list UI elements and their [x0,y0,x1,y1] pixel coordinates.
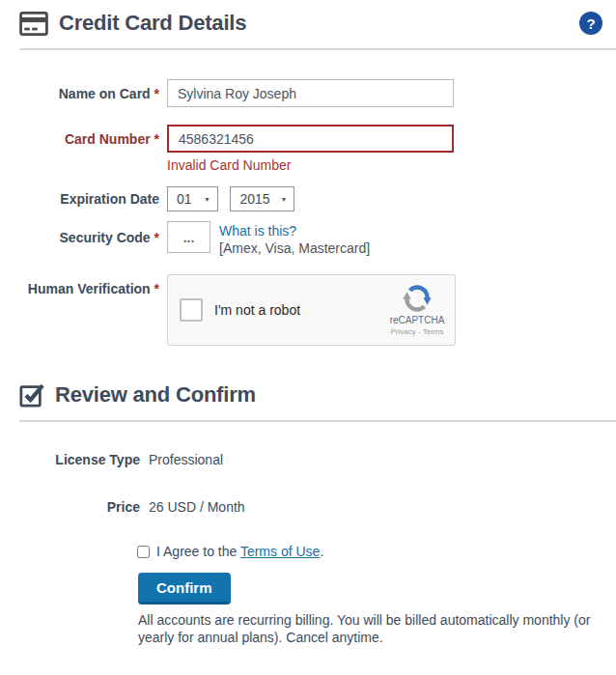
label-text: Expiration Date [60,191,159,207]
label-text: Security Code [60,230,151,245]
human-verification-field: I'm not a robot reCAPTCHA Privacy - Term… [167,274,456,346]
security-code-help: What is this? [Amex, Visa, Mastercard] [219,221,370,257]
credit-card-details-header: Credit Card Details ? [0,0,616,48]
card-number-row: Card Number * Invalid Card Number [0,125,616,173]
confirm-button[interactable]: Confirm [138,573,231,605]
price-row: Price 26 USD / Month [0,499,616,515]
expiration-date-label: Expiration Date [0,186,159,207]
license-type-label: License Type [0,452,140,467]
license-type-value: Professional [149,452,223,467]
review-summary: License Type Professional Price 26 USD /… [0,452,616,646]
label-text: Name on Card [59,86,151,101]
security-code-input[interactable] [167,221,210,253]
name-on-card-label: Name on Card * [0,79,159,101]
page-title: Credit Card Details [59,11,246,36]
help-icon[interactable]: ? [579,12,602,35]
section-divider [19,420,616,422]
expiration-month-select-wrap: 01 ▼ [167,186,218,211]
credit-card-icon [19,12,48,36]
security-code-row: Security Code * What is this? [Amex, Vis… [0,221,616,257]
expiration-date-row: Expiration Date 01 ▼ 2015 ▼ [0,186,616,211]
agree-suffix: . [320,544,323,559]
billing-fine-print: All accounts are recurring billing. You … [138,611,608,646]
recaptcha-brand-text: reCAPTCHA [390,315,445,325]
agree-checkbox[interactable] [137,546,150,558]
name-on-card-row: Name on Card * [0,79,616,107]
card-number-input[interactable] [167,125,454,153]
expiration-year-select-wrap: 2015 ▼ [230,186,294,211]
card-number-field: Invalid Card Number [167,125,454,173]
required-asterisk: * [154,281,159,296]
help-glyph: ? [586,15,595,32]
price-label: Price [0,499,140,515]
security-code-label: Security Code * [0,221,159,245]
expiration-year-select[interactable]: 2015 [231,187,294,211]
review-title: Review and Confirm [55,382,256,408]
price-value: 26 USD / Month [149,499,245,515]
name-on-card-input[interactable] [167,79,454,107]
recaptcha-label: I'm not a robot [214,302,300,318]
card-number-label: Card Number * [0,125,159,147]
section-divider [19,48,616,50]
recaptcha-branding: reCAPTCHA Privacy - Terms [389,284,445,336]
security-code-field: What is this? [Amex, Visa, Mastercard] [167,221,370,257]
agree-row: I Agree to the Terms of Use. [137,544,616,559]
human-verification-label: Human Verification * [0,274,159,296]
checkbox-check-icon [19,381,44,408]
recaptcha-privacy-terms-links[interactable]: Privacy - Terms [391,327,444,336]
recaptcha-logo-icon [403,284,432,313]
recaptcha-widget: I'm not a robot reCAPTCHA Privacy - Term… [167,274,456,346]
agree-prefix: I Agree to the [156,544,240,559]
credit-card-form: Name on Card * Card Number * Invalid Car… [0,79,616,346]
label-text: Card Number [65,131,151,147]
human-verification-row: Human Verification * I'm not a robot reC… [0,274,616,346]
name-on-card-field [167,79,454,107]
security-code-note: [Amex, Visa, Mastercard] [219,239,370,257]
review-and-confirm-header: Review and Confirm [0,371,616,420]
license-type-row: License Type Professional [0,452,616,467]
terms-of-use-link[interactable]: Terms of Use [240,544,320,559]
agree-text: I Agree to the Terms of Use. [156,544,323,559]
what-is-this-link[interactable]: What is this? [219,223,296,239]
recaptcha-checkbox[interactable] [180,298,203,322]
required-asterisk: * [154,230,159,245]
required-asterisk: * [154,86,159,101]
card-number-error-message: Invalid Card Number [167,157,454,173]
required-asterisk: * [154,131,159,147]
expiration-month-select[interactable]: 01 [168,187,217,211]
expiration-date-field: 01 ▼ 2015 ▼ [167,186,302,211]
label-text: Human Verification [28,281,151,296]
